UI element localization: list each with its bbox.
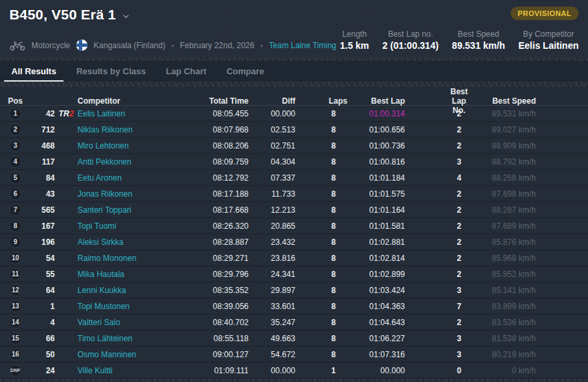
table-row[interactable]: 10 54 Raimo Mononen 08:29.271 23.816 8 0… <box>0 250 588 266</box>
table-row[interactable]: 7 565 Santeri Toppari 08:17.668 12.213 8… <box>0 202 588 218</box>
best-lap: 01:00.816 <box>338 157 405 167</box>
chevron-down-icon[interactable] <box>122 13 130 20</box>
table-row[interactable]: 14 4 Valtteri Salo 08:40.702 35.247 8 01… <box>0 314 588 330</box>
table-row[interactable]: 13 1 Topi Mustonen 08:39.056 33.601 8 01… <box>0 298 588 314</box>
best-lap-no: 0 <box>405 366 469 375</box>
diff: 33.601 <box>249 302 295 311</box>
stat-label: Best Speed <box>452 29 504 39</box>
table-row[interactable]: 2 712 Niklas Riikonen 08:07.968 02.513 8… <box>0 122 588 138</box>
best-speed: 81.538 km/h <box>469 334 536 343</box>
competitor-link[interactable]: Topi Tuomi <box>78 221 116 231</box>
table-row[interactable]: 12 64 Lenni Kuukka 08:35.352 29.897 8 01… <box>0 282 588 298</box>
pos-cell: 9 <box>0 236 31 248</box>
best-lap: 01:04.643 <box>338 318 405 327</box>
laps: 8 <box>295 221 338 231</box>
competitor-link[interactable]: Eetu Aronen <box>78 173 122 183</box>
diff: 20.865 <box>249 221 295 231</box>
stat-label: Length <box>340 29 370 39</box>
competitor-number: 167 <box>31 221 55 231</box>
best-speed: 89.531 km/h <box>469 109 536 118</box>
position-badge: 1 <box>9 108 21 120</box>
competitor-number: 55 <box>31 270 55 279</box>
tab-compare[interactable]: Compare <box>216 61 274 82</box>
table-row[interactable]: 6 43 Jonas Riikonen 08:17.188 11.733 8 0… <box>0 186 588 202</box>
position-badge: 16 <box>9 349 21 361</box>
pos-cell: 15 <box>0 332 31 345</box>
competitor-link[interactable]: Topi Mustonen <box>78 302 130 311</box>
best-lap-no: 2 <box>405 125 469 134</box>
laps: 8 <box>295 141 338 151</box>
competitor-link[interactable]: Miro Lehtonen <box>78 141 129 151</box>
pos-cell: 12 <box>0 284 31 296</box>
diff: 04.304 <box>249 157 295 167</box>
tab-lap-chart[interactable]: Lap Chart <box>156 61 216 82</box>
competitor-link[interactable]: Ville Kultti <box>78 366 112 375</box>
event-location: Kangasala (Finland) <box>94 41 165 50</box>
total-time: 08:17.188 <box>168 189 249 199</box>
competitor-link[interactable]: Mika Hautala <box>78 270 124 279</box>
table-row[interactable]: 1 42 TR2 Eelis Laitinen 08:05.455 00.000… <box>0 106 588 122</box>
competitor-link[interactable]: Santeri Toppari <box>78 205 132 215</box>
tab-results-by-class[interactable]: Results by Class <box>66 61 156 82</box>
competitor-number: 50 <box>31 350 55 359</box>
laps: 8 <box>295 109 338 118</box>
competitor-cell: Eetu Aronen <box>78 173 168 183</box>
competitor-number: 117 <box>31 157 55 167</box>
best-lap-no: 7 <box>405 302 469 311</box>
competitor-link[interactable]: Antti Pekkonen <box>78 157 132 167</box>
pos-cell: 8 <box>0 220 31 232</box>
pos-cell: 11 <box>0 268 31 280</box>
competitor-cell: Jonas Riikonen <box>78 189 168 199</box>
col-header-best-lap: Best Lap <box>338 96 405 106</box>
competitor-number: 66 <box>31 334 55 343</box>
competitor-cell: Santeri Toppari <box>78 205 168 215</box>
table-row[interactable]: DNF 24 Ville Kultti 01:09.111 00.000 1 0… <box>0 363 588 379</box>
best-lap: 01:02.881 <box>338 237 405 247</box>
competitor-link[interactable]: Valtteri Salo <box>78 318 120 327</box>
table-row[interactable]: 8 167 Topi Tuomi 08:26.320 20.865 8 01:0… <box>0 218 588 234</box>
competitor-link[interactable]: Niklas Riikonen <box>78 125 133 134</box>
total-time: 08:17.668 <box>168 205 249 215</box>
table-row[interactable]: 11 55 Mika Hautala 08:29.796 24.341 8 01… <box>0 266 588 282</box>
best-lap: 01:03.424 <box>338 286 405 295</box>
best-lap-no: 3 <box>405 157 469 167</box>
diff: 54.672 <box>249 350 295 359</box>
competitor-link[interactable]: Lenni Kuukka <box>78 286 126 295</box>
competitor-cell: Niklas Riikonen <box>78 125 168 134</box>
pos-cell: DNF <box>0 365 31 377</box>
best-lap: 01:01.581 <box>338 221 405 231</box>
organizer-link[interactable]: Team Laine Timing <box>269 41 337 50</box>
table-row[interactable]: 5 84 Eetu Aronen 08:12.792 07.337 8 01:0… <box>0 170 588 186</box>
table-row[interactable]: 16 50 Osmo Manninen 09:00.127 54.672 8 0… <box>0 347 588 363</box>
best-speed: 0 km/h <box>469 366 536 375</box>
position-badge: 15 <box>9 332 21 345</box>
competitor-link[interactable]: Eelis Laitinen <box>78 109 125 118</box>
competitor-number: 4 <box>31 318 55 327</box>
competitor-link[interactable]: Timo Lähteinen <box>78 334 132 343</box>
competitor-cell: Osmo Manninen <box>78 350 168 359</box>
best-speed: 80.219 km/h <box>469 350 536 359</box>
competitor-cell: Lenni Kuukka <box>78 286 168 295</box>
results-table-header: Pos Competitor Total Time Diff Laps Best… <box>0 87 588 106</box>
competitor-number: 196 <box>31 237 55 247</box>
competitor-link[interactable]: Aleksi Sirkka <box>78 237 124 247</box>
competitor-number: 84 <box>31 173 55 183</box>
stat-length: Length 1.5 km <box>340 29 370 51</box>
table-row[interactable]: 3 468 Miro Lehtonen 08:08.206 02.751 8 0… <box>0 138 588 154</box>
col-header-laps: Laps <box>295 96 338 106</box>
competitor-link[interactable]: Raimo Mononen <box>78 254 136 263</box>
results-table-body: 1 42 TR2 Eelis Laitinen 08:05.455 00.000… <box>0 106 588 379</box>
tab-all-results[interactable]: All Results <box>1 61 66 82</box>
laps: 8 <box>295 157 338 167</box>
col-header-total-time: Total Time <box>168 96 249 106</box>
laps: 8 <box>295 318 338 327</box>
pos-cell: 14 <box>0 316 31 328</box>
table-row[interactable]: 15 66 Timo Lähteinen 08:55.118 49.663 8 … <box>0 330 588 347</box>
position-badge: 3 <box>9 140 21 152</box>
competitor-link[interactable]: Osmo Manninen <box>78 350 136 359</box>
competitor-link[interactable]: Jonas Riikonen <box>78 189 132 199</box>
table-row[interactable]: 4 117 Antti Pekkonen 08:09.759 04.304 8 … <box>0 154 588 170</box>
best-speed: 87.698 km/h <box>469 189 536 199</box>
position-badge: 13 <box>9 300 21 312</box>
table-row[interactable]: 9 196 Aleksi Sirkka 08:28.887 23.432 8 0… <box>0 234 588 250</box>
